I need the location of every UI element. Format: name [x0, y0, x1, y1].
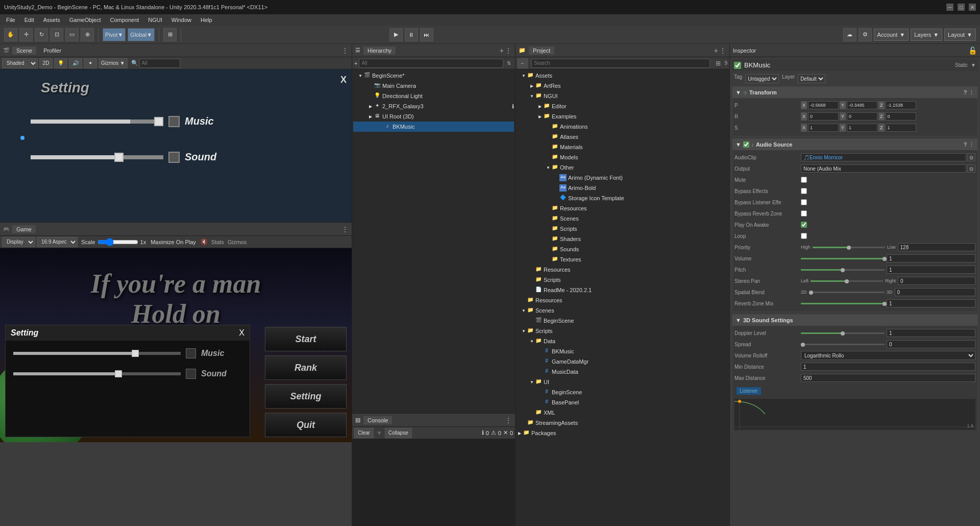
scene-audio-button[interactable]: 🔊 — [69, 58, 82, 68]
priority-value[interactable] — [898, 243, 975, 251]
scale-x[interactable] — [808, 124, 839, 132]
gizmos-dropdown[interactable]: Gizmos ▼ — [99, 58, 128, 68]
resources-assets[interactable]: 📁 Resources — [517, 265, 728, 275]
resources-root[interactable]: 📁 Resources — [517, 295, 728, 305]
atlases-folder[interactable]: 📁 Atlases — [517, 132, 728, 142]
scale-y[interactable] — [847, 124, 877, 132]
minimize-button[interactable]: ─ — [946, 4, 953, 11]
close-button[interactable]: ✕ — [969, 4, 976, 11]
ui-scripts-folder[interactable]: ▼ 📁 UI — [517, 377, 728, 387]
volume-value[interactable] — [887, 254, 975, 262]
scripts-root2[interactable]: ▼ 📁 Scripts — [517, 326, 728, 336]
audio-source-header[interactable]: ▼ ♪ Audio Source ? ⋮ — [732, 139, 977, 150]
transform-move-button[interactable]: ✛ — [19, 28, 33, 41]
pos-z[interactable] — [886, 101, 916, 109]
global-button[interactable]: Global ▼ — [128, 28, 155, 41]
editor-folder[interactable]: ▶ 📁 Editor — [517, 101, 728, 111]
doppler-slider[interactable] — [801, 332, 885, 334]
scripts-root[interactable]: 📁 Scripts — [517, 275, 728, 285]
scenes-ngui[interactable]: 📁 Scenes — [517, 213, 728, 224]
snap-button[interactable]: ⊞ — [163, 28, 177, 41]
bkmusic-script[interactable]: # BKMusic — [517, 346, 728, 356]
bkmusic-item[interactable]: ♪ BKMusic — [353, 122, 514, 132]
rot-z[interactable] — [886, 112, 916, 121]
hierarchy-options-button[interactable]: ⋮ — [505, 46, 512, 55]
pivot-button[interactable]: Pivot ▼ — [103, 28, 126, 41]
menu-ngui[interactable]: NGUI — [144, 16, 166, 24]
bypass-reverb-checkbox[interactable] — [801, 210, 807, 217]
project-search[interactable] — [531, 59, 710, 68]
sound-3d-header[interactable]: ▼ 3D Sound Settings — [732, 315, 977, 326]
xml-folder[interactable]: 📁 XML — [517, 408, 728, 418]
scenes-root[interactable]: ▼ 📁 Scenes — [517, 305, 728, 316]
project-add-button[interactable]: + — [714, 46, 718, 55]
loop-checkbox[interactable] — [801, 233, 807, 239]
audioclip-select-button[interactable]: ⊙ — [967, 153, 975, 161]
beginscene-script[interactable]: # BeginScene — [517, 387, 728, 397]
scene-light-button[interactable]: 💡 — [54, 58, 67, 68]
2d-toggle[interactable]: 2D — [39, 58, 53, 68]
readme-file[interactable]: 📄 ReadMe - 2020.2.1 — [517, 285, 728, 295]
game-options-button[interactable]: ⋮ — [341, 225, 349, 233]
ui-root-item[interactable]: ▶ 🖥 UI Root (3D) — [353, 111, 514, 122]
maximize-button[interactable]: □ — [958, 4, 965, 11]
music-checkbox[interactable] — [186, 348, 196, 358]
pos-x[interactable] — [808, 101, 839, 109]
other-folder[interactable]: ▼ 📁 Other — [517, 162, 728, 173]
pos-y[interactable] — [847, 101, 877, 109]
menu-gameobject[interactable]: GameObject — [65, 16, 105, 24]
transform-rect-button[interactable]: ▭ — [65, 28, 79, 41]
layer-dropdown[interactable]: Default — [798, 74, 825, 83]
basepanel-script[interactable]: # BasePanel — [517, 397, 728, 408]
stats-button[interactable]: Stats — [211, 239, 224, 245]
step-button[interactable]: ⏭ — [420, 28, 433, 41]
storage-icon-template[interactable]: 🔷 Storage Icon Template — [517, 193, 728, 203]
spread-slider[interactable] — [801, 344, 885, 345]
game-gizmos[interactable]: Gizmos — [228, 239, 247, 245]
transform-all-button[interactable]: ⊕ — [81, 28, 94, 41]
directional-light-item[interactable]: 💡 Directional Light — [353, 91, 514, 101]
menu-edit[interactable]: Edit — [20, 16, 38, 24]
settings-button[interactable]: ⚙ — [859, 28, 872, 41]
reverb-mix-slider[interactable] — [801, 303, 885, 304]
data-folder[interactable]: ▼ 📁 Data — [517, 336, 728, 346]
play-button[interactable]: ▶ — [389, 28, 403, 41]
layout-dropdown[interactable]: Layout ▼ — [944, 29, 976, 41]
menu-help[interactable]: Help — [197, 16, 216, 24]
display-dropdown[interactable]: Display 1 — [2, 237, 35, 247]
rolloff-dropdown[interactable]: Logarithmic Rollo — [801, 351, 975, 360]
assets-root[interactable]: ▼ 📁 Assets — [517, 70, 728, 81]
output-select-button[interactable]: ⊙ — [967, 164, 975, 173]
arimo-bold[interactable]: Aa Arimo-Bold — [517, 183, 728, 193]
tab-scene[interactable]: Scene — [12, 46, 36, 55]
console-options-button[interactable]: ⋮ — [505, 416, 512, 424]
musicdata-script[interactable]: # MusicData — [517, 367, 728, 377]
resources-ngui[interactable]: 📁 Resources — [517, 203, 728, 213]
pause-button[interactable]: ⏸ — [405, 28, 418, 41]
scene-music-slider-thumb[interactable] — [154, 117, 163, 126]
mute-icon[interactable]: 🔇 — [201, 238, 208, 245]
textures-folder[interactable]: 📁 Textures — [517, 254, 728, 265]
hierarchy-sort-button[interactable]: ⇅ — [505, 58, 513, 68]
clear-button[interactable]: Clear — [354, 428, 374, 438]
scene-music-checkbox[interactable] — [168, 116, 180, 127]
layers-dropdown[interactable]: Layers ▼ — [911, 29, 942, 41]
doppler-value[interactable] — [887, 329, 975, 337]
scale-slider[interactable] — [97, 238, 138, 246]
account-dropdown[interactable]: Account ▼ — [874, 29, 909, 41]
gameobject-active-checkbox[interactable] — [734, 62, 741, 69]
streaming-assets[interactable]: 📁 StreamingAssets — [517, 418, 728, 428]
play-awake-checkbox[interactable] — [801, 222, 807, 228]
scene-sound-slider-thumb[interactable] — [114, 153, 124, 162]
music-slider[interactable] — [13, 352, 181, 355]
min-dist-value[interactable] — [801, 363, 975, 371]
sounds-folder[interactable]: 📁 Sounds — [517, 244, 728, 254]
project-back[interactable]: ← — [518, 58, 528, 68]
galaxy-item[interactable]: ▶ ✦ 2_RFX_Galaxy3 ℹ — [353, 101, 514, 111]
transform-header[interactable]: ▼ ⊹ Transform ? ⋮ — [732, 87, 977, 98]
sound-checkbox[interactable] — [186, 369, 196, 379]
rot-y[interactable] — [847, 112, 877, 121]
gamedatamgr-script[interactable]: # GameDataMgr — [517, 356, 728, 367]
scene-root-item[interactable]: ▼ 🎬 BeginScene* — [353, 70, 514, 81]
main-camera-item[interactable]: 📷 Main Camera — [353, 81, 514, 91]
